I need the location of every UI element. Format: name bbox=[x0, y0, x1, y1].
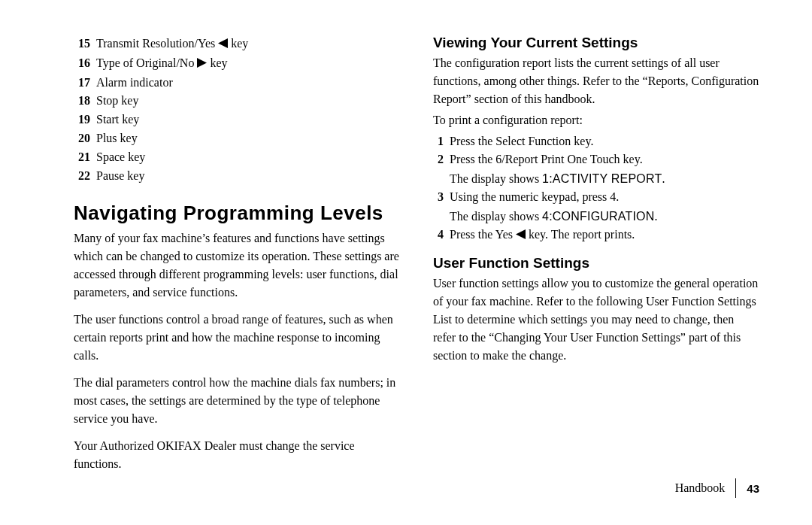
heading-viewing-current-settings: Viewing Your Current Settings bbox=[433, 35, 759, 51]
list-item: 19Start key bbox=[74, 111, 400, 129]
list-item-number: 18 bbox=[74, 92, 90, 111]
step-subline: The display shows 4:CONFIGURATION. bbox=[450, 208, 657, 226]
list-item-number: 15 bbox=[74, 35, 90, 54]
paragraph: The user functions control a broad range… bbox=[74, 311, 400, 365]
step-subline: The display shows 1:ACTIVITY REPORT. bbox=[450, 170, 665, 188]
paragraph: The configuration report lists the curre… bbox=[433, 54, 759, 108]
heading-navigating-programming-levels: Navigating Programming Levels bbox=[74, 202, 400, 225]
list-item-text: Transmit Resolution/Yes key bbox=[96, 35, 248, 54]
paragraph: User function settings allow you to cust… bbox=[433, 275, 759, 365]
triangle-right-icon bbox=[197, 55, 207, 74]
page-footer: Handbook 43 bbox=[675, 478, 759, 498]
svg-marker-2 bbox=[516, 229, 526, 239]
keys-numbered-list: 15Transmit Resolution/Yes key16Type of O… bbox=[74, 35, 400, 185]
two-column-layout: 15Transmit Resolution/Yes key16Type of O… bbox=[74, 35, 759, 456]
step-text: Press the Yes key. The report prints. bbox=[450, 226, 635, 244]
step-item: 2Press the 6/Report Print One Touch key.… bbox=[433, 150, 759, 188]
list-item-text: Space key bbox=[96, 148, 145, 167]
svg-marker-1 bbox=[197, 58, 207, 68]
step-text: Press the 6/Report Print One Touch key.T… bbox=[450, 150, 665, 188]
paragraph: Your Authorized OKIFAX Dealer must chang… bbox=[74, 437, 400, 473]
triangle-left-icon bbox=[516, 226, 526, 244]
steps-ordered-list: 1Press the Select Function key.2Press th… bbox=[433, 132, 759, 244]
step-number: 3 bbox=[433, 188, 444, 226]
page-number: 43 bbox=[747, 482, 759, 495]
paragraph: Many of your fax machine’s features and … bbox=[74, 229, 400, 302]
list-item-number: 21 bbox=[74, 148, 90, 167]
list-item-text: Pause key bbox=[96, 167, 144, 186]
display-code: 1:ACTIVITY REPORT bbox=[542, 172, 662, 185]
svg-marker-0 bbox=[218, 38, 228, 48]
footer-divider bbox=[735, 478, 736, 498]
list-item-text: Alarm indicator bbox=[96, 74, 173, 93]
list-item: 16Type of Original/No key bbox=[74, 54, 400, 74]
step-item: 4Press the Yes key. The report prints. bbox=[433, 226, 759, 244]
list-item: 17Alarm indicator bbox=[74, 74, 400, 93]
list-item-number: 22 bbox=[74, 167, 90, 186]
list-item: 21Space key bbox=[74, 148, 400, 167]
list-item-text: Start key bbox=[96, 111, 139, 129]
step-number: 2 bbox=[433, 150, 444, 188]
list-item-number: 20 bbox=[74, 129, 90, 148]
heading-user-function-settings: User Function Settings bbox=[433, 255, 759, 272]
step-item: 1Press the Select Function key. bbox=[433, 132, 759, 150]
list-item-number: 17 bbox=[74, 74, 90, 93]
list-item-text: Type of Original/No key bbox=[96, 54, 228, 74]
list-item-number: 19 bbox=[74, 111, 90, 129]
list-item-text: Stop key bbox=[96, 92, 138, 111]
display-code: 4:CONFIGURATION bbox=[542, 210, 654, 223]
list-item: 18Stop key bbox=[74, 92, 400, 111]
triangle-left-icon bbox=[218, 35, 228, 54]
list-item: 22Pause key bbox=[74, 167, 400, 186]
step-text: Press the Select Function key. bbox=[450, 132, 593, 150]
list-item: 15Transmit Resolution/Yes key bbox=[74, 35, 400, 54]
paragraph-lead: To print a configuration report: bbox=[433, 111, 759, 129]
footer-book-label: Handbook bbox=[675, 481, 726, 495]
list-item: 20Plus key bbox=[74, 129, 400, 148]
list-item-number: 16 bbox=[74, 54, 90, 74]
left-column: 15Transmit Resolution/Yes key16Type of O… bbox=[74, 35, 400, 456]
step-number: 1 bbox=[433, 132, 444, 150]
step-text: Using the numeric keypad, press 4.The di… bbox=[450, 188, 657, 226]
right-column: Viewing Your Current Settings The config… bbox=[433, 35, 759, 456]
document-page: 15Transmit Resolution/Yes key16Type of O… bbox=[0, 0, 812, 525]
step-item: 3Using the numeric keypad, press 4.The d… bbox=[433, 188, 759, 226]
paragraph: The dial parameters control how the mach… bbox=[74, 374, 400, 428]
list-item-text: Plus key bbox=[96, 129, 138, 148]
step-number: 4 bbox=[433, 226, 444, 244]
